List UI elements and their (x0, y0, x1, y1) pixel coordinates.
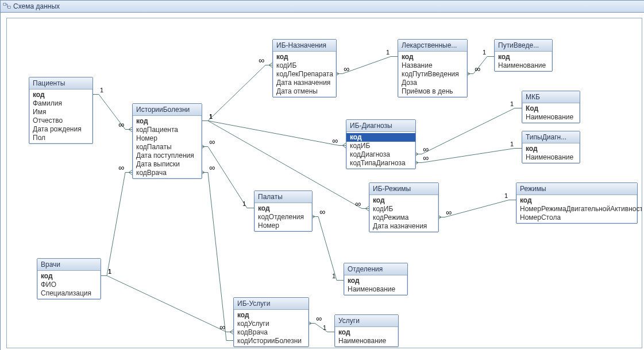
field[interactable]: кодИБ (369, 205, 438, 213)
field[interactable]: Наименование (344, 285, 407, 294)
table-title[interactable]: ИсторииБолезни (133, 104, 202, 116)
diagram-canvas[interactable]: 1∞1∞1∞1∞∞1∞1∞1∞∞1∞1∞1∞1∞1∞1∞1 Пациентыко… (6, 18, 642, 348)
field[interactable]: Дата выписки (133, 160, 202, 169)
field[interactable]: код (133, 117, 202, 126)
table-wards[interactable]: ПалатыкодкодОтделенияНомер (254, 190, 313, 232)
field[interactable]: кодВрача (234, 328, 308, 337)
table-modes[interactable]: РежимыкодНомерРежимаДвигательнойАктивнос… (516, 182, 638, 224)
field[interactable]: Номер (133, 134, 202, 143)
field[interactable]: Дата отмены (273, 87, 336, 96)
field[interactable]: код (37, 272, 101, 281)
field[interactable]: кодИсторииБолезни (234, 337, 308, 345)
field[interactable]: ФИО (37, 281, 101, 289)
field[interactable]: код (346, 133, 415, 142)
field[interactable]: кодТипаДиагноза (346, 159, 415, 168)
table-patients[interactable]: ПациентыкодФамилияИмяОтчествоДата рожден… (29, 77, 93, 144)
field[interactable]: Наименование (522, 113, 580, 122)
svg-rect-0 (3, 3, 6, 5)
table-title[interactable]: ПутиВведе... (495, 40, 552, 52)
table-ib_diag[interactable]: ИБ-ДиагнозыкодкодИБкодДиагнозакодТипаДиа… (346, 119, 416, 169)
svg-text:∞: ∞ (344, 64, 349, 73)
field[interactable]: кодДиагноза (346, 150, 415, 159)
field[interactable]: код (234, 311, 308, 320)
field[interactable]: Наименование (335, 337, 398, 345)
svg-text:1: 1 (510, 141, 514, 147)
field[interactable]: Специализация (37, 289, 101, 298)
field[interactable]: Отчество (29, 116, 92, 125)
table-routes[interactable]: ПутиВведе...кодНаименование (494, 39, 553, 72)
title-bar[interactable]: Схема данных (1, 1, 644, 13)
table-title[interactable]: ИБ-Услуги (234, 298, 308, 310)
table-fields: кодНомерРежимаДвигательнойАктивностиНоме… (516, 195, 637, 223)
svg-text:∞: ∞ (423, 153, 429, 162)
table-diag_types[interactable]: ТипыДиагн...кодНаименование (522, 131, 580, 164)
table-title[interactable]: Пациенты (29, 77, 92, 90)
field[interactable]: код (398, 53, 467, 61)
table-mkb[interactable]: МКБКодНаименование (522, 91, 580, 123)
relationships-window: Схема данных 1∞1∞1∞1∞∞1∞1∞1∞∞1∞1∞1∞1∞1∞1… (0, 0, 644, 350)
field[interactable]: код (522, 145, 580, 153)
table-depts[interactable]: ОтделениякодНаименование (344, 263, 408, 295)
field[interactable]: кодОтделения (254, 213, 312, 221)
field[interactable]: Приёмов в день (398, 87, 467, 96)
field[interactable]: Наименование (522, 153, 580, 162)
table-title[interactable]: ИБ-Назначения (273, 40, 336, 52)
field[interactable]: кодИБ (273, 61, 336, 70)
svg-text:1: 1 (100, 87, 103, 94)
field[interactable]: код (369, 196, 438, 205)
field[interactable]: Доза (398, 79, 467, 87)
field[interactable]: код (495, 53, 552, 61)
field[interactable]: Код (522, 104, 580, 113)
svg-text:1: 1 (209, 113, 213, 120)
table-drugs[interactable]: Лекарственные...кодНазваниекодПутиВведен… (398, 39, 468, 98)
field[interactable]: код (516, 196, 637, 205)
field[interactable]: кодПациента (133, 126, 202, 134)
field[interactable]: Номер (254, 221, 312, 230)
field[interactable]: Имя (29, 108, 92, 116)
table-history[interactable]: ИсторииБолезникодкодПациентаНомеркодПала… (132, 103, 202, 179)
field[interactable]: кодИБ (346, 142, 415, 150)
table-ib_serv[interactable]: ИБ-УслугикодкодУслугикодВрачакодИсторииБ… (233, 297, 309, 347)
table-title[interactable]: ТипыДиагн... (522, 131, 580, 143)
field[interactable]: Дата назначения (273, 79, 336, 87)
field[interactable]: код (273, 53, 336, 61)
table-title[interactable]: ИБ-Режимы (369, 183, 438, 195)
field[interactable]: кодПутиВведения (398, 70, 467, 79)
table-title[interactable]: Врачи (37, 259, 101, 271)
field[interactable]: Дата рождения (29, 125, 92, 134)
field[interactable]: Наименование (495, 61, 552, 70)
table-fields: кодНаименование (495, 52, 552, 71)
field[interactable]: код (29, 91, 92, 99)
field[interactable]: кодЛекПрепарата (273, 70, 336, 79)
field[interactable]: кодРежима (369, 213, 438, 222)
table-ib_modes[interactable]: ИБ-РежимыкодкодИБкодРежимаДата назначени… (369, 182, 439, 232)
table-doctors[interactable]: ВрачикодФИОСпециализация (37, 258, 101, 300)
table-fields: кодНаименование (344, 275, 407, 295)
field[interactable]: НомерРежимаДвигательнойАктивности (516, 205, 637, 213)
field[interactable]: код (335, 328, 398, 337)
table-title[interactable]: Отделения (344, 263, 407, 275)
field[interactable]: Дата назначения (369, 222, 438, 231)
field[interactable]: Пол (29, 134, 92, 142)
field[interactable]: Название (398, 61, 467, 70)
table-title[interactable]: Услуги (335, 315, 398, 327)
field[interactable]: Фамилия (29, 99, 92, 108)
field[interactable]: кодВрача (133, 169, 202, 177)
table-services[interactable]: УслугикодНаименование (334, 314, 399, 347)
table-title[interactable]: Палаты (254, 191, 312, 203)
field[interactable]: НомерСтола (516, 213, 637, 222)
field[interactable]: кодПалаты (133, 143, 202, 151)
svg-text:∞: ∞ (319, 207, 325, 216)
table-title[interactable]: Режимы (516, 183, 637, 195)
table-title[interactable]: МКБ (522, 91, 580, 103)
svg-text:1: 1 (483, 49, 486, 56)
field[interactable]: кодУслуги (234, 320, 308, 328)
field[interactable]: Дата поступления (133, 151, 202, 160)
field[interactable]: код (254, 204, 312, 213)
table-fields: кодФИОСпециализация (37, 271, 101, 299)
table-fields: кодкодИБкодРежимаДата назначения (369, 195, 438, 232)
table-title[interactable]: Лекарственные... (398, 40, 467, 52)
table-ib_nazn[interactable]: ИБ-НазначениякодкодИБкодЛекПрепаратаДата… (272, 39, 337, 98)
table-title[interactable]: ИБ-Диагнозы (346, 120, 415, 132)
field[interactable]: код (344, 277, 407, 285)
